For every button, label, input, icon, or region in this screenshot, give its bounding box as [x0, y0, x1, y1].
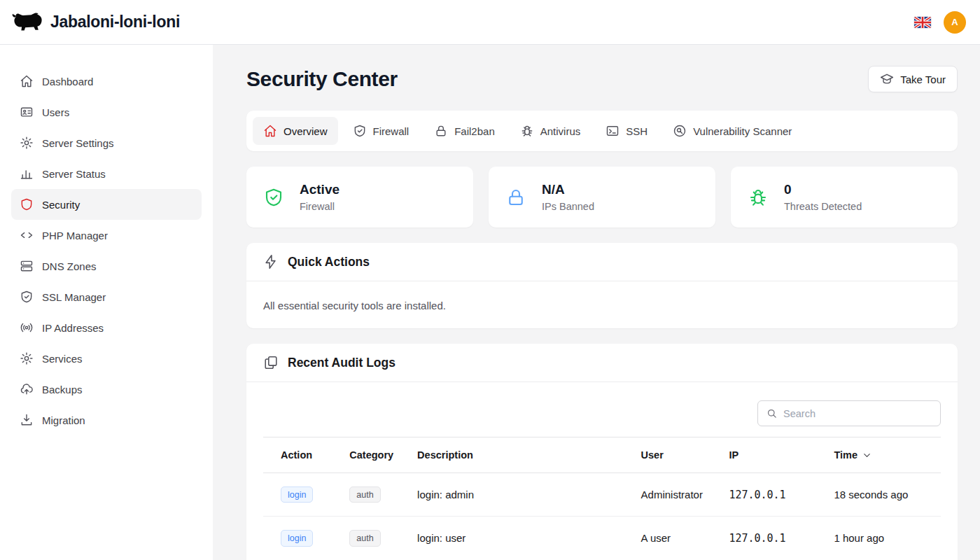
bull-logo-icon — [11, 11, 43, 34]
code-icon — [20, 228, 34, 242]
sidebar-item-label: Services — [42, 353, 83, 365]
user-cell: A user — [633, 517, 721, 560]
quick-actions-message: All essential security tools are install… — [263, 300, 941, 312]
sidebar-item-label: PHP Manager — [42, 230, 108, 241]
tab-firewall[interactable]: Firewall — [342, 117, 420, 145]
sort-chevron-down-icon[interactable] — [862, 450, 872, 461]
lightning-icon — [263, 254, 279, 270]
action-badge[interactable]: login — [281, 486, 313, 503]
tab-vulnerability-scanner[interactable]: Vulnerability Scanner — [662, 117, 802, 145]
table-row: loginauthlogin: adminAdministrator127.0.… — [263, 473, 941, 517]
tab-label: Firewall — [373, 125, 410, 137]
column-header-description: Description — [409, 438, 632, 473]
sidebar-item-server-settings[interactable]: Server Settings — [11, 127, 202, 158]
table-row: loginauthlogin: userA user127.0.0.11 hou… — [263, 517, 941, 560]
sidebar-item-label: Dashboard — [42, 76, 93, 88]
column-header-time[interactable]: Time — [825, 438, 941, 473]
avatar[interactable]: A — [944, 11, 966, 34]
sidebar-item-ip-addresses[interactable]: IP Addresses — [11, 312, 202, 343]
main-content: Security Center Take Tour OverviewFirewa… — [213, 45, 980, 560]
page-title: Security Center — [246, 67, 398, 91]
search-input[interactable] — [783, 408, 932, 419]
stat-card-threats-detected: 0Threats Detected — [731, 167, 958, 227]
category-badge: auth — [349, 530, 380, 546]
quick-actions-card: Quick Actions All essential security too… — [246, 243, 958, 328]
bar-chart-icon — [20, 167, 34, 181]
sidebar-item-label: DNS Zones — [42, 260, 97, 272]
home-icon — [20, 74, 34, 88]
sidebar-item-label: Server Settings — [42, 137, 114, 149]
sidebar-item-migration[interactable]: Migration — [11, 405, 202, 435]
sidebar-item-label: Security — [42, 199, 80, 211]
time-cell: 18 seconds ago — [825, 473, 941, 517]
column-header-ip: IP — [720, 438, 825, 473]
sidebar-item-label: Backups — [42, 384, 83, 396]
action-badge[interactable]: login — [281, 530, 313, 546]
lock-icon — [434, 124, 448, 138]
audit-table-body: loginauthlogin: adminAdministrator127.0.… — [263, 473, 941, 560]
stat-card-firewall: ActiveFirewall — [246, 167, 473, 227]
scan-icon — [673, 124, 687, 138]
stat-value: 0 — [784, 182, 862, 197]
sidebar-item-php-manager[interactable]: PHP Manager — [11, 220, 202, 251]
sidebar-item-dns-zones[interactable]: DNS Zones — [11, 251, 202, 281]
id-card-icon — [20, 105, 34, 119]
app-header: Jabaloni-loni-loni A — [0, 0, 980, 45]
sidebar-item-security[interactable]: Security — [11, 189, 202, 220]
brand[interactable]: Jabaloni-loni-loni — [11, 11, 180, 34]
sidebar-item-server-status[interactable]: Server Status — [11, 158, 202, 189]
sidebar-item-label: Server Status — [42, 168, 106, 180]
stat-value: N/A — [542, 182, 594, 197]
audit-logs-header: Recent Audit Logs — [246, 344, 958, 382]
sidebar-item-services[interactable]: Services — [11, 343, 202, 374]
sidebar-item-backups[interactable]: Backups — [11, 374, 202, 405]
stat-label: Firewall — [300, 201, 340, 212]
search-row — [263, 400, 941, 426]
stat-label: Threats Detected — [784, 201, 862, 212]
sidebar-item-label: Users — [42, 106, 69, 118]
sidebar-item-users[interactable]: Users — [11, 97, 202, 127]
copy-icon — [263, 355, 279, 370]
column-header-category: Category — [341, 438, 409, 473]
ip-cell: 127.0.0.1 — [720, 473, 825, 517]
search-icon — [766, 407, 778, 419]
title-row: Security Center Take Tour — [246, 66, 958, 92]
stat-value: Active — [300, 182, 340, 197]
sidebar-nav: DashboardUsersServer SettingsServer Stat… — [0, 45, 213, 560]
quick-actions-body: All essential security tools are install… — [246, 281, 958, 328]
header-actions: A — [914, 11, 966, 34]
gear-icon — [20, 351, 34, 365]
sidebar-item-label: SSL Manager — [42, 291, 106, 303]
shield-icon — [20, 197, 34, 211]
stat-cards: ActiveFirewallN/AIPs Banned0Threats Dete… — [246, 167, 958, 227]
tab-label: Antivirus — [540, 125, 581, 137]
sidebar-item-ssl-manager[interactable]: SSL Manager — [11, 281, 202, 312]
graduation-cap-icon — [880, 72, 894, 86]
search-box[interactable] — [757, 400, 941, 426]
quick-actions-title: Quick Actions — [288, 255, 370, 270]
audit-logs-title: Recent Audit Logs — [288, 356, 396, 370]
tab-overview[interactable]: Overview — [253, 117, 338, 145]
gear-icon — [20, 136, 34, 150]
quick-actions-header: Quick Actions — [246, 243, 958, 281]
take-tour-button[interactable]: Take Tour — [868, 66, 958, 92]
audit-table: ActionCategoryDescriptionUserIPTime logi… — [263, 437, 941, 560]
tab-label: Fail2ban — [454, 125, 495, 137]
shield-check-icon — [353, 124, 367, 138]
tab-fail2ban[interactable]: Fail2ban — [424, 117, 505, 145]
stat-card-ips-banned: N/AIPs Banned — [489, 167, 715, 227]
broadcast-icon — [20, 321, 34, 335]
description-cell: login: admin — [409, 473, 632, 517]
layout: DashboardUsersServer SettingsServer Stat… — [0, 45, 980, 560]
stack-icon — [20, 259, 34, 273]
sidebar-item-label: Migration — [42, 414, 85, 426]
security-tabs: OverviewFirewallFail2banAntivirusSSHVuln… — [246, 111, 958, 151]
sidebar-item-dashboard[interactable]: Dashboard — [11, 66, 202, 97]
lock-icon — [505, 187, 526, 208]
tab-ssh[interactable]: SSH — [595, 117, 658, 145]
uk-flag-icon[interactable] — [914, 17, 931, 28]
take-tour-label: Take Tour — [900, 74, 946, 85]
tab-antivirus[interactable]: Antivirus — [510, 117, 592, 145]
column-header-user: User — [633, 438, 721, 473]
home-icon — [263, 124, 277, 138]
